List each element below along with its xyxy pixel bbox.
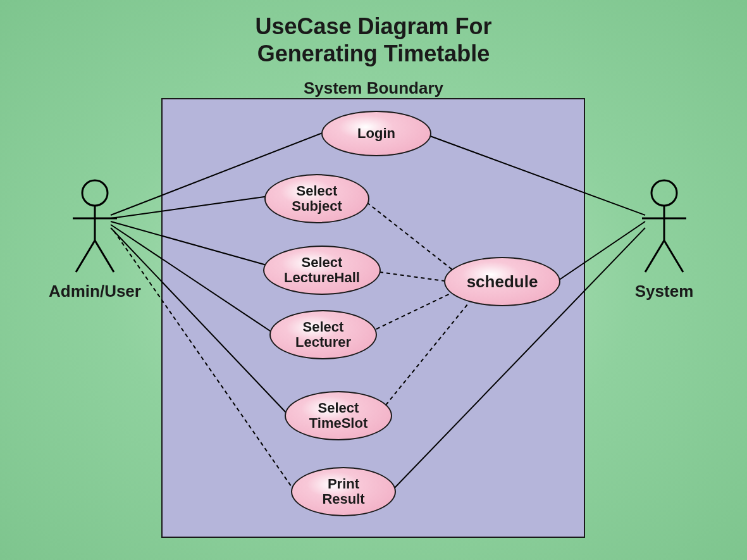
usecase-select-subject-line1: Select: [297, 183, 338, 199]
svg-line-16: [76, 240, 95, 272]
usecase-select-lecturehall-line1: Select: [302, 254, 343, 270]
svg-line-22: [664, 240, 683, 272]
usecase-login: Login: [321, 111, 431, 156]
usecase-select-timeslot-line2: TimeSlot: [309, 415, 368, 431]
usecase-select-lecturehall-line2: LectureHall: [284, 270, 360, 285]
system-boundary-label: System Boundary: [0, 78, 747, 98]
svg-line-21: [645, 240, 664, 272]
usecase-select-subject-line2: Subject: [292, 198, 342, 214]
svg-line-17: [95, 240, 114, 272]
svg-point-18: [651, 180, 677, 206]
svg-point-13: [82, 180, 108, 206]
usecase-print-result-line2: Result: [322, 491, 364, 507]
actor-admin-label: Admin/User: [44, 282, 145, 301]
usecase-print-result-line1: Print: [328, 476, 359, 492]
actor-system-label: System: [629, 282, 699, 301]
title-line1: UseCase Diagram For: [255, 13, 491, 39]
actor-admin-icon: [63, 177, 127, 278]
usecase-schedule: schedule: [444, 257, 560, 306]
diagram-title: UseCase Diagram For Generating Timetable: [0, 13, 747, 67]
usecase-select-timeslot-line1: Select: [318, 400, 359, 416]
usecase-print-result: Print Result: [291, 467, 396, 516]
title-line2: Generating Timetable: [257, 40, 490, 66]
usecase-select-lecturer-line1: Select: [303, 319, 344, 335]
usecase-select-lecturehall: Select LectureHall: [263, 246, 381, 295]
usecase-select-lecturer-line2: Lecturer: [295, 334, 351, 350]
usecase-schedule-label: schedule: [467, 273, 538, 291]
usecase-select-subject: Select Subject: [264, 174, 369, 223]
usecase-select-timeslot: Select TimeSlot: [285, 391, 392, 440]
usecase-login-label: Login: [357, 126, 395, 141]
actor-system-icon: [633, 177, 696, 278]
usecase-select-lecturer: Select Lecturer: [269, 310, 377, 359]
